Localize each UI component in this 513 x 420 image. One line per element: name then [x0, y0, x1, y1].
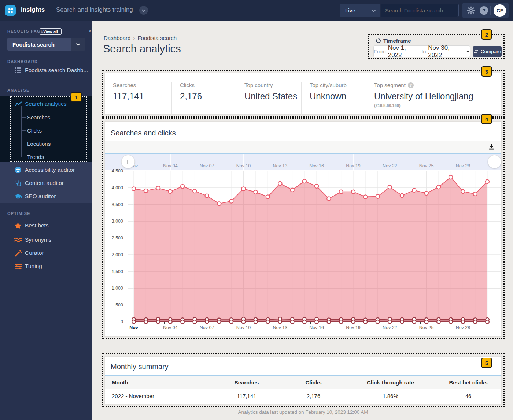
y-tick-label: 4,500 [105, 168, 123, 174]
x-tick-label: Nov 16 [301, 325, 332, 330]
breadcrumb-separator: › [133, 35, 135, 41]
breadcrumb-dashboard[interactable]: Dashboard [104, 35, 130, 41]
x-tick-mark [128, 322, 128, 324]
sidebar-collapse-icon[interactable]: ‹ [89, 27, 91, 34]
sidebar-item-seo-auditor[interactable]: SEO auditor [0, 191, 92, 202]
sidebar-item-label: Tuning [25, 263, 42, 270]
cell-searches: 117,141 [212, 393, 281, 399]
history-icon [376, 38, 381, 44]
navigator-tick-label: Nov 25 [412, 163, 441, 168]
grid-icon [13, 67, 23, 73]
sidebar-item-curator[interactable]: Curator [0, 248, 92, 259]
results-page-select[interactable]: Foodista search [7, 38, 85, 51]
breadcrumb: Dashboard›Foodista search [104, 35, 177, 41]
y-axis-labels: 05001,0001,5002,0002,5003,0003,5004,0004… [105, 122, 126, 343]
cell-month: 2022 - November [105, 393, 212, 399]
annotation-badge-1: 1 [71, 92, 82, 102]
x-tick-label: Nov 07 [192, 325, 222, 330]
user-avatar[interactable]: CF [494, 4, 506, 17]
sidebar-item-accessibility-auditor[interactable]: Accessibility auditor [0, 164, 92, 175]
sidebar-item-best-bets[interactable]: Best bets [0, 220, 92, 231]
x-tick-mark [237, 322, 237, 324]
live-mode-select[interactable]: Live [340, 4, 380, 17]
results-page-label: RESULTS PAGE [7, 29, 44, 33]
org-switcher-chevron-icon[interactable] [139, 6, 148, 15]
funnelback-logo-glyph [7, 7, 14, 14]
annotation-badge-2: 2 [481, 29, 492, 40]
compare-button[interactable]: Compare [473, 46, 502, 57]
search-input[interactable] [385, 7, 458, 14]
analyse-section-label: ANALYSE [7, 88, 30, 92]
range-handle-left[interactable] [121, 155, 135, 168]
breadcrumb-current[interactable]: Foodista search [137, 35, 177, 41]
sidebar-item-label: Curator [25, 250, 44, 256]
view-all-button[interactable]: View all [40, 28, 62, 35]
plot-area[interactable] [128, 171, 501, 322]
accessibility-icon [13, 166, 23, 174]
sidebar-subitem-locations[interactable]: Locations [27, 138, 89, 149]
stat-clicks: Clicks 2,176 [171, 82, 236, 114]
gear-icon[interactable] [467, 6, 475, 15]
sidebar-item-label: Accessibility auditor [25, 167, 75, 173]
col-month: Month [105, 379, 212, 386]
tree-line [21, 106, 22, 157]
results-page-select-value: Foodista search [7, 38, 71, 51]
x-tick-mark [164, 322, 165, 324]
download-icon[interactable] [488, 144, 495, 150]
summary-table: Month Searches Clicks Click-through rate… [105, 376, 501, 403]
main-content: Dashboard›Foodista search Search analyti… [92, 21, 513, 420]
table-row: 2022 - November 117,141 2,176 1.86% 46 [105, 389, 501, 403]
y-tick-label: 4,000 [105, 185, 123, 190]
range-navigator[interactable]: NovNov 04Nov 07Nov 10Nov 13Nov 16Nov 19N… [105, 154, 501, 170]
org-switcher-label[interactable]: Search and insights training [56, 6, 133, 14]
help-icon[interactable]: ? [408, 82, 414, 88]
y-tick-label: 500 [105, 302, 123, 308]
col-best-bet: Best bet clicks [435, 379, 501, 386]
product-name: Insights [21, 6, 45, 14]
help-icon[interactable]: ? [480, 6, 488, 15]
y-tick-label: 1,500 [105, 269, 123, 274]
compare-label: Compare [481, 49, 501, 54]
sidebar-item-label: Best bets [25, 222, 49, 229]
x-tick-label: Nov 10 [228, 325, 259, 330]
navigator-tick-label: Nov 28 [448, 163, 477, 168]
x-tick-label: Nov 25 [411, 325, 442, 330]
compare-arrows-icon [473, 49, 479, 54]
cell-ctr: 1.86% [346, 393, 435, 399]
x-tick-mark [420, 322, 421, 324]
sidebar-subitem-trends[interactable]: Trends [27, 152, 89, 162]
navbar-divider [51, 5, 51, 15]
y-tick-label: 2,500 [105, 235, 123, 241]
stat-searches: Searches 117,141 [105, 82, 171, 114]
x-tick-mark [310, 322, 311, 324]
y-tick-label: 0 [105, 319, 123, 324]
cell-best-bet: 46 [435, 393, 501, 399]
sidebar-item-content-auditor[interactable]: Content auditor [0, 178, 92, 189]
sidebar: ‹ RESULTS PAGE View all Foodista search … [0, 21, 92, 420]
optimise-section-label: OPTIMISE [7, 211, 30, 216]
sidebar-subitem-searches[interactable]: Searches [27, 112, 89, 122]
sidebar-subitem-clicks[interactable]: Clicks [27, 125, 89, 135]
sidebar-item-dashboard[interactable]: Foodista search Dashb... [0, 65, 92, 76]
y-tick-label: 1,000 [105, 286, 123, 291]
date-range-picker[interactable]: From Nov 1, 2022 to Nov 30, 2022 [373, 45, 470, 57]
annotation-badge-4: 4 [481, 114, 492, 124]
summary-title: Monthly summary [111, 363, 169, 371]
sidebar-item-label: Foodista search Dashb... [25, 67, 88, 74]
navigator-tick-label: Nov 19 [339, 163, 368, 168]
sidebar-item-tuning[interactable]: Tuning [0, 261, 92, 272]
x-axis-line [126, 322, 503, 322]
stat-top-segment: Top segment ? University of Heilongjiang… [366, 82, 501, 114]
navigator-tick-label: Nov 10 [229, 163, 258, 168]
monthly-summary-panel: Monthly summary Month Searches Clicks Cl… [104, 356, 502, 404]
range-handle-right[interactable] [488, 155, 501, 168]
sliders-icon [13, 263, 23, 270]
stat-top-country: Top country United States [236, 82, 301, 114]
x-tick-label: Nov 04 [155, 325, 186, 330]
annotation-box-4: Searches and clicks NovNov 04Nov 07Nov 1… [102, 118, 505, 339]
navigator-tick-label: Nov 13 [265, 163, 295, 168]
annotation-box-3: Searches 117,141 Clicks 2,176 Top countr… [102, 70, 505, 118]
sidebar-item-synonyms[interactable]: Synonyms [0, 234, 92, 245]
x-tick-mark [457, 322, 457, 324]
app-logo-icon[interactable] [5, 5, 16, 16]
